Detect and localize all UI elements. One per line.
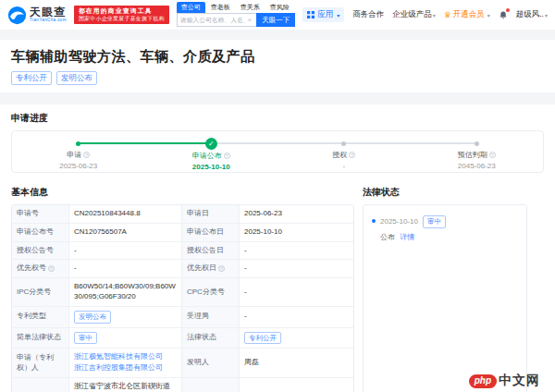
- patent-title-section: 车辆辅助驾驶方法、车辆、介质及产品 专利公开 发明公布: [0, 40, 555, 92]
- info-icon[interactable]: ?: [48, 265, 55, 272]
- info-label: 授权公告号: [12, 242, 69, 261]
- info-value: B60W50/14;B60W30/09;B60W30/095;G06F30/20: [69, 278, 182, 307]
- banner-line2: 国家中小企业发展子基金旗下机构: [79, 16, 165, 22]
- php-badge: php: [469, 374, 497, 388]
- info-value: -: [240, 242, 354, 261]
- chevron-down-icon: ▾: [545, 12, 548, 18]
- legal-status-section: 法律状态 2025-10-10 审中 公布 详情: [363, 182, 527, 392]
- info-label: 授权公告日: [182, 242, 240, 261]
- watermark-text: 中文网: [499, 373, 540, 389]
- info-label: 专利类型: [12, 307, 69, 328]
- info-value: 发明公布: [69, 307, 182, 328]
- search-input[interactable]: [180, 17, 246, 23]
- header-search: 查公司 查老板 查关系 查风险 × 天眼一下: [177, 3, 295, 27]
- status-tag: 发明公布: [74, 311, 111, 324]
- tab-search-boss[interactable]: 查老板: [206, 2, 235, 13]
- patent-tag-invention: 发明公布: [56, 71, 97, 85]
- timeline-dot: [76, 141, 80, 146]
- info-value: 周磊: [240, 349, 354, 378]
- progress-heading: 申请进度: [11, 112, 544, 125]
- basic-info-section: 基本信息 申请号 CN202510843448.8 申请日 2025-06-23…: [11, 182, 354, 392]
- user-name: 超级风..: [516, 9, 544, 20]
- step-date: 2025-10-10: [192, 163, 230, 171]
- step-label: 申请: [67, 150, 81, 160]
- info-value: -: [240, 307, 354, 328]
- membership-label: 开通会员: [453, 9, 485, 20]
- timeline-step-application: 申请? 2025-06-23: [12, 131, 145, 172]
- notifications-button[interactable]: [499, 10, 508, 20]
- main-content: 申请进度 申请? 2025-06-23 ✓ 申请公布? 2025-10-10 授…: [0, 104, 555, 392]
- search-button[interactable]: 天眼一下: [256, 13, 295, 27]
- banner-line1: 都在用的商业查询工具: [79, 7, 165, 15]
- patent-tag-public: 专利公开: [11, 71, 52, 85]
- info-label: 优先权日 ?: [182, 260, 240, 278]
- basic-info-table: 申请号 CN202510843448.8 申请日 2025-06-23 申请公布…: [11, 204, 354, 392]
- apps-menu[interactable]: 应用 ▾: [302, 7, 344, 22]
- step-date: -: [342, 162, 345, 170]
- info-label: 邮编: [182, 378, 240, 392]
- clear-icon[interactable]: ×: [245, 16, 253, 24]
- divider-band: [0, 92, 555, 104]
- step-label: 授权: [332, 150, 347, 160]
- info-icon[interactable]: ?: [83, 152, 90, 158]
- info-value: -: [69, 242, 182, 261]
- info-icon[interactable]: ?: [349, 152, 355, 158]
- crown-icon: ♛: [444, 10, 451, 19]
- info-value: 浙江省宁波市北仑区新碶街道岷山路1388号商务大厦1幢1031室: [69, 378, 182, 392]
- step-label: 申请公布: [192, 151, 222, 161]
- application-progress-timeline: 申请? 2025-06-23 ✓ 申请公布? 2025-10-10 授权? - …: [11, 130, 544, 173]
- company-link[interactable]: 浙江吉利控股集团有限公司: [74, 363, 163, 374]
- label-text: 优先权日: [187, 263, 216, 274]
- nav-business-cooperation[interactable]: 商务合作: [352, 9, 384, 20]
- chevron-down-icon: ▾: [433, 12, 436, 18]
- status-tag: 审中: [74, 332, 97, 345]
- tab-search-company[interactable]: 查公司: [177, 2, 205, 13]
- info-value: 2025-06-23: [240, 205, 354, 224]
- search-tabs: 查公司 查老板 查关系 查风险: [177, 3, 295, 13]
- info-value: -: [240, 260, 354, 278]
- info-label: 法律状态: [182, 328, 240, 349]
- company-link[interactable]: 浙江极氪智能科技有限公司: [74, 352, 163, 362]
- tab-search-risk[interactable]: 查风险: [265, 2, 294, 13]
- label-text: 优先权号: [17, 263, 46, 274]
- search-input-box: ×: [177, 13, 256, 27]
- user-account-menu[interactable]: 超级风.. ▾: [516, 9, 548, 20]
- grid-icon: [307, 11, 314, 18]
- step-date: 2025-06-23: [59, 162, 97, 170]
- info-label: IPC分类号: [12, 278, 69, 307]
- info-label: CPC分类号: [182, 278, 240, 307]
- info-value: CN202510843448.8: [69, 205, 182, 224]
- notification-badge: [506, 8, 510, 12]
- info-icon[interactable]: ?: [224, 153, 230, 159]
- info-value: CN120756507A: [69, 224, 182, 242]
- status-tag: 专利公开: [244, 332, 281, 345]
- step-date: 2045-06-23: [458, 162, 496, 170]
- timeline-step-publication: ✓ 申请公布? 2025-10-10: [145, 131, 278, 172]
- info-label: 申请公布号: [12, 224, 69, 242]
- legal-status-heading: 法律状态: [363, 186, 527, 199]
- timeline-dot: [475, 141, 479, 146]
- timeline-dot: [341, 141, 346, 146]
- chevron-down-icon: ▾: [487, 12, 490, 18]
- info-label: 发明人: [182, 349, 240, 378]
- detail-link[interactable]: 详情: [400, 233, 414, 241]
- tab-search-relation[interactable]: 查关系: [236, 2, 265, 13]
- info-label: 受理局: [182, 307, 240, 328]
- nav-open-membership[interactable]: ♛ 开通会员 ▾: [444, 9, 490, 20]
- info-label: 优先权号 ?: [12, 260, 69, 278]
- logo-domain: TianYanCha.com: [30, 18, 67, 23]
- info-value: -: [240, 278, 354, 307]
- eye-logo-icon: [7, 6, 27, 25]
- enterprise-label: 企业级产品: [392, 9, 432, 20]
- tianyancha-logo[interactable]: 天眼查 TianYanCha.com: [7, 6, 67, 25]
- legal-status-card: 2025-10-10 审中 公布 详情: [363, 204, 527, 392]
- logo-name: 天眼查: [30, 6, 67, 18]
- patent-tags: 专利公开 发明公布: [11, 71, 544, 85]
- page-title: 车辆辅助驾驶方法、车辆、介质及产品: [11, 48, 544, 66]
- status-tag: 审中: [423, 215, 446, 228]
- info-icon[interactable]: ?: [218, 265, 225, 272]
- info-icon[interactable]: ?: [489, 152, 496, 158]
- header-right-nav: 应用 ▾ 商务合作 企业级产品 ▾ ♛ 开通会员 ▾ 超级风.. ▾: [302, 7, 548, 22]
- timeline-step-grant: 授权? -: [278, 131, 411, 172]
- nav-enterprise-products[interactable]: 企业级产品 ▾: [392, 9, 436, 20]
